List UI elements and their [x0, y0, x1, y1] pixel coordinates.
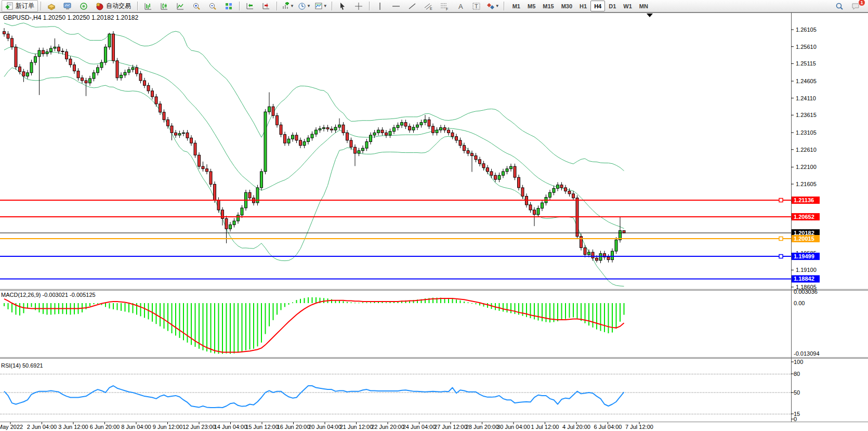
svg-text:F: F: [446, 7, 448, 10]
candle-bear: [19, 67, 21, 72]
templates-button[interactable]: ▼: [313, 0, 329, 12]
macd-histogram-bar: [214, 303, 215, 354]
tile-windows-button[interactable]: [221, 0, 236, 12]
timeframe-h4-button[interactable]: H4: [590, 1, 605, 11]
signals-button[interactable]: [76, 0, 91, 12]
macd-histogram-bar: [390, 302, 391, 303]
candle-bear: [455, 137, 458, 140]
macd-histogram-bar: [128, 303, 129, 312]
candle-bull: [416, 125, 419, 127]
time-tick-label: 6 Jul 04:00: [594, 424, 622, 430]
cursor-button[interactable]: [335, 0, 350, 12]
equidistant-channel-button[interactable]: E: [420, 0, 436, 12]
candle-bear: [443, 127, 446, 130]
macd-histogram-bar: [503, 303, 504, 311]
vertical-line-button[interactable]: [372, 0, 388, 12]
candle-bull: [510, 166, 512, 169]
candle-bear: [350, 140, 352, 147]
text-label-button[interactable]: T: [469, 0, 484, 12]
macd-histogram-bar: [308, 297, 309, 303]
line-drag-handle: [779, 199, 783, 202]
timeframe-m5-button[interactable]: M5: [524, 1, 539, 11]
periods-button[interactable]: ▼: [296, 0, 312, 12]
time-tick-label: 24 Jun 04:00: [403, 424, 436, 430]
candle-bear: [151, 91, 154, 97]
price-tick-label: 1.26105: [796, 27, 817, 33]
macd-histogram-bar: [304, 298, 305, 303]
line-chart-button[interactable]: [173, 0, 188, 12]
macd-label: MACD(12,26,9) -0.003021 -0.005125: [1, 292, 96, 298]
time-axis[interactable]: May 20222 Jun 04:003 Jun 12:006 Jun 20:0…: [0, 422, 653, 430]
candle-bear: [381, 130, 384, 133]
time-tick-label: 6 Jun 20:00: [90, 424, 120, 430]
timeframe-m30-button[interactable]: M30: [558, 1, 576, 11]
time-tick-label: 2 Jun 04:00: [27, 424, 57, 430]
candle-bear: [73, 65, 76, 71]
candle-bull: [131, 68, 134, 70]
macd-histogram-bar: [588, 303, 589, 325]
candle-bear: [295, 135, 298, 140]
autotrade-button[interactable]: 自动交易: [92, 0, 135, 12]
candle-bull: [338, 125, 341, 127]
macd-histogram-bar: [222, 303, 223, 354]
time-tick-label: 3 Jun 12:00: [58, 424, 88, 430]
macd-histogram-bar: [604, 303, 605, 332]
fibonacci-button[interactable]: F: [437, 0, 452, 12]
text-button[interactable]: A: [453, 0, 468, 12]
candlestick-chart-button[interactable]: [156, 0, 172, 12]
timeframe-h1-button[interactable]: H1: [576, 1, 590, 11]
zoom-out-button[interactable]: [205, 0, 220, 12]
macd-histogram-bar: [561, 303, 562, 320]
horizontal-line-button[interactable]: [388, 0, 404, 12]
market-watch-button[interactable]: [60, 0, 75, 12]
search-button[interactable]: [832, 0, 847, 12]
candle-bull: [292, 135, 294, 139]
macd-histogram-bar: [113, 303, 114, 309]
chart-shift-button[interactable]: [258, 0, 274, 12]
chart-canvas[interactable]: 1.261051.256101.251151.246051.241101.236…: [0, 0, 868, 431]
macd-histogram-bar: [242, 303, 243, 352]
candle-bear: [533, 210, 536, 215]
trendline-icon: [408, 2, 416, 10]
candle-bull: [93, 73, 95, 79]
candle-bull: [38, 50, 41, 57]
trendline-button[interactable]: [404, 0, 420, 12]
chat-button[interactable]: 1: [848, 0, 863, 12]
candle-bear: [404, 123, 407, 126]
macd-histogram-bar: [175, 303, 176, 336]
bar-chart-button[interactable]: [140, 0, 156, 12]
candle-bear: [564, 188, 567, 191]
time-tick-label: 20 Jun 04:00: [308, 424, 341, 430]
candle-bull: [420, 123, 423, 125]
crosshair-button[interactable]: [351, 0, 366, 12]
macd-histogram-bar: [624, 303, 625, 315]
time-tick-label: 1 Jul 12:00: [531, 424, 559, 430]
auto-scroll-button[interactable]: [242, 0, 258, 12]
macd-histogram-bar: [211, 303, 212, 352]
indicators-button[interactable]: ▼: [280, 0, 296, 12]
macd-histogram-bar: [596, 303, 597, 330]
macd-histogram-bar: [593, 303, 594, 328]
zoom-in-button[interactable]: [189, 0, 204, 12]
candle-bull: [412, 127, 415, 130]
timeframe-m1-button[interactable]: M1: [509, 1, 524, 11]
vertical-line-icon: [376, 2, 384, 10]
timeframe-m15-button[interactable]: M15: [539, 1, 557, 11]
candle-bear: [529, 205, 532, 210]
candle-bear: [175, 133, 177, 135]
new-order-button[interactable]: 新订单: [2, 0, 38, 12]
candle-bear: [167, 120, 169, 126]
new-order-label: 新订单: [16, 2, 34, 10]
arrows-button[interactable]: ▼: [485, 0, 501, 12]
macd-axis-min: -0.013094: [794, 350, 820, 357]
macd-histogram-bar: [464, 302, 465, 303]
macd-histogram-bar: [616, 303, 617, 329]
auto-scroll-icon: [246, 2, 254, 10]
timeframe-mn-button[interactable]: MN: [636, 1, 652, 11]
timeframe-w1-button[interactable]: W1: [620, 1, 636, 11]
candle-bear: [3, 32, 6, 34]
timeframe-d1-button[interactable]: D1: [605, 1, 620, 11]
macd-histogram-bar: [460, 301, 461, 303]
charts-button[interactable]: [44, 0, 59, 12]
tile-windows-icon: [225, 2, 233, 10]
